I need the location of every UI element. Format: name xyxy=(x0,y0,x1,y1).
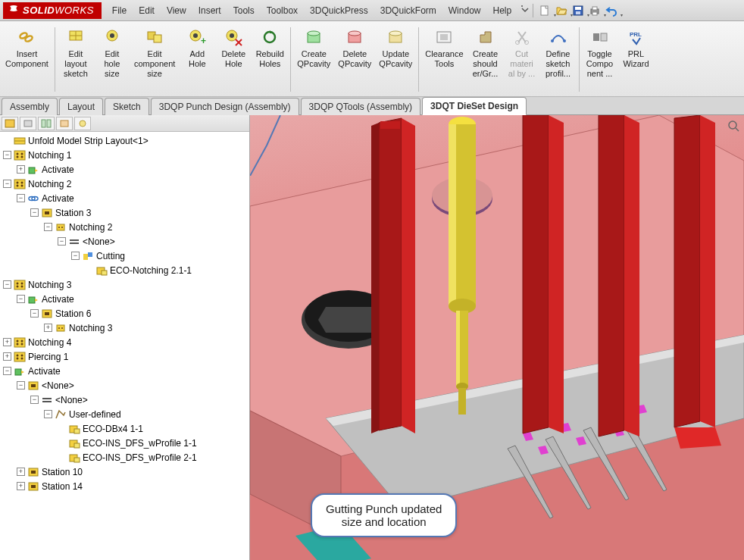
tree-node[interactable]: +Notching 3 xyxy=(0,321,249,335)
tree-node[interactable]: ECO-INS_DFS_wProfile 1-1 xyxy=(0,436,249,450)
ribbon-toggle-component[interactable]: Toggle Compo nent ... xyxy=(582,24,618,95)
menu-window[interactable]: Window xyxy=(442,2,487,19)
expand-collapse-icon[interactable]: + xyxy=(3,338,11,346)
ribbon-prl-wizard[interactable]: PRLPRL Wizard xyxy=(618,24,655,95)
expand-collapse-icon[interactable]: + xyxy=(3,352,11,361)
ribbon-define-sketch-profile[interactable]: Define sketch profil... xyxy=(540,24,577,95)
ribbon-insert-component[interactable]: Insert Component xyxy=(2,24,52,95)
open-icon[interactable]: ▾ xyxy=(555,4,568,17)
menu-expand-icon[interactable] xyxy=(520,5,530,16)
tree-node[interactable]: −Activate xyxy=(0,292,249,306)
expand-collapse-icon[interactable]: − xyxy=(17,295,25,303)
tree-node[interactable]: −Cutting xyxy=(0,249,249,263)
svg-point-45 xyxy=(80,120,86,127)
ribbon-clearance-tools[interactable]: Clearance Tools xyxy=(421,24,467,95)
feature-tree[interactable]: Unfold Model Strip Layout<1>−Notching 1+… xyxy=(0,132,249,560)
ribbon-update-qpcavity[interactable]: Update QPcavity xyxy=(375,24,416,95)
menu-view[interactable]: View xyxy=(161,2,192,19)
expand-collapse-icon[interactable]: + xyxy=(44,324,52,332)
tree-node[interactable]: −Notching 1 xyxy=(0,148,249,162)
tab-punch[interactable]: 3DQP Punch Design (Assembly) xyxy=(151,98,299,115)
tree-node-label: Piercing 1 xyxy=(28,352,68,362)
tree-node[interactable]: +Piercing 1 xyxy=(0,349,249,364)
tree-tab-display[interactable] xyxy=(74,117,91,130)
tree-node[interactable]: −Station 6 xyxy=(0,306,249,321)
svg-point-74 xyxy=(21,282,23,284)
ribbon-edit-hole-size[interactable]: Edit hole size xyxy=(94,24,130,95)
tree-node[interactable]: −<None> xyxy=(0,234,249,249)
tree-node-label: Notching 3 xyxy=(69,323,112,333)
tree-tab-feature-manager[interactable] xyxy=(2,117,18,130)
model-viewport[interactable]: Gutting Punch updated size and location xyxy=(250,115,744,560)
menu-toolbox[interactable]: Toolbox xyxy=(261,2,304,19)
menu-3dquickpress[interactable]: 3DQuickPress xyxy=(304,2,374,19)
tree-node[interactable]: +Activate xyxy=(0,162,249,177)
tab-layout[interactable]: Layout xyxy=(59,98,103,115)
ribbon-delete-qpcavity[interactable]: Delete QPcavity xyxy=(334,24,375,95)
ribbon-create-qpcavity[interactable]: Create QPcavity xyxy=(293,24,334,95)
ribbon-delete-hole[interactable]: Delete Hole xyxy=(215,24,252,95)
menu-help[interactable]: Help xyxy=(486,2,517,19)
expand-collapse-icon[interactable]: − xyxy=(30,208,39,217)
tree-node[interactable]: −<None> xyxy=(0,378,249,393)
tree-node-label: Unfold Model Strip Layout<1> xyxy=(28,136,148,146)
tree-node[interactable]: −<None> xyxy=(0,393,249,407)
ribbon-rebuild-holes[interactable]: Rebuild Holes xyxy=(252,24,288,95)
tree-node[interactable]: −User-defined xyxy=(0,407,249,421)
tab-dieset[interactable]: 3DQT DieSet Design xyxy=(422,97,527,115)
menu-edit[interactable]: Edit xyxy=(133,2,161,19)
tree-node[interactable]: −Activate xyxy=(0,191,249,205)
tab-qtools[interactable]: 3DQP QTools (Assembly) xyxy=(301,98,420,115)
ribbon-create-shoulder[interactable]: Create should er/Gr... xyxy=(467,24,504,95)
tree-node[interactable]: −Activate xyxy=(0,364,249,378)
expand-collapse-icon[interactable]: − xyxy=(44,410,52,418)
tab-assembly[interactable]: Assembly xyxy=(2,98,58,115)
menu-3dquickform[interactable]: 3DQuickForm xyxy=(374,2,442,19)
part-icon xyxy=(95,264,108,277)
ribbon-edit-component-size[interactable]: Edit component size xyxy=(130,24,179,95)
menu-file[interactable]: File xyxy=(106,2,133,19)
save-icon[interactable]: ▾ xyxy=(571,4,585,17)
expand-collapse-icon[interactable]: + xyxy=(17,482,25,490)
expand-collapse-icon[interactable]: − xyxy=(3,367,11,375)
menu-tools[interactable]: Tools xyxy=(227,2,261,19)
tree-node[interactable]: −Notching 2 xyxy=(0,220,249,234)
tree-node[interactable]: ECO-Notching 2.1-1 xyxy=(0,263,249,277)
menu-insert[interactable]: Insert xyxy=(192,2,227,19)
expand-collapse-icon[interactable]: − xyxy=(17,381,25,389)
expand-collapse-icon[interactable]: − xyxy=(58,237,66,246)
tree-tab-dimxpert[interactable] xyxy=(56,117,73,130)
expand-collapse-icon[interactable]: − xyxy=(30,396,39,404)
tree-node[interactable]: +Station 14 xyxy=(0,479,249,493)
tree-node[interactable]: +Notching 4 xyxy=(0,335,249,349)
tree-node[interactable]: Unfold Model Strip Layout<1> xyxy=(0,133,249,148)
tree-tab-configuration[interactable] xyxy=(38,117,55,130)
expand-collapse-icon[interactable]: − xyxy=(30,309,39,318)
svg-point-92 xyxy=(21,357,23,359)
svg-point-49 xyxy=(17,152,19,155)
tree-node[interactable]: −Notching 3 xyxy=(0,277,249,292)
expand-collapse-icon[interactable]: − xyxy=(17,194,25,202)
tree-node[interactable]: ECO-INS_DFS_wProfile 2-1 xyxy=(0,450,249,465)
tab-sketch[interactable]: Sketch xyxy=(105,98,149,115)
expand-collapse-icon[interactable]: − xyxy=(3,151,11,159)
tree-node[interactable]: ECO-DBx4 1-1 xyxy=(0,421,249,436)
new-doc-icon[interactable]: ▾ xyxy=(538,4,552,17)
tree-node[interactable]: −Notching 2 xyxy=(0,177,249,191)
ribbon-label: Create should er/Gr... xyxy=(473,49,499,79)
expand-collapse-icon[interactable]: + xyxy=(17,468,25,476)
expand-collapse-icon[interactable]: − xyxy=(71,252,80,260)
tree-node[interactable]: +Station 10 xyxy=(0,465,249,479)
expand-collapse-icon[interactable]: + xyxy=(17,165,25,174)
print-icon[interactable]: ▾ xyxy=(588,4,602,17)
zoom-fit-icon[interactable] xyxy=(727,120,739,132)
ribbon-label: Add Hole xyxy=(189,49,206,69)
expand-collapse-icon[interactable]: − xyxy=(3,280,11,289)
ribbon-edit-layout-sketch[interactable]: Edit layout sketch xyxy=(58,24,94,95)
undo-icon[interactable]: ▾ xyxy=(605,4,618,17)
expand-collapse-icon[interactable]: − xyxy=(44,223,52,231)
tree-node[interactable]: −Station 3 xyxy=(0,205,249,220)
tree-tab-property-manager[interactable] xyxy=(20,117,36,130)
ribbon-add-hole[interactable]: +Add Hole xyxy=(179,24,215,95)
expand-collapse-icon[interactable]: − xyxy=(3,180,11,188)
